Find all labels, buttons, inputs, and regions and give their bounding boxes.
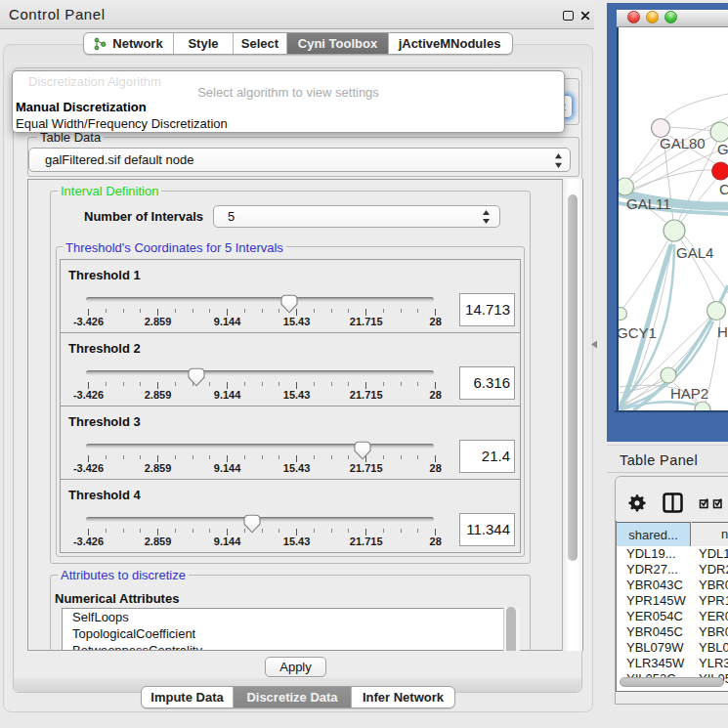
- svg-text:H: H: [717, 323, 728, 340]
- svg-text:GCY1: GCY1: [619, 324, 657, 341]
- svg-text:GAL4: GAL4: [676, 244, 713, 261]
- svg-text:C: C: [719, 181, 728, 197]
- svg-text:GAL11: GAL11: [626, 195, 671, 212]
- svg-text:GA: GA: [717, 141, 728, 157]
- svg-text:HAP2: HAP2: [670, 385, 708, 402]
- svg-text:GAL80: GAL80: [660, 135, 706, 151]
